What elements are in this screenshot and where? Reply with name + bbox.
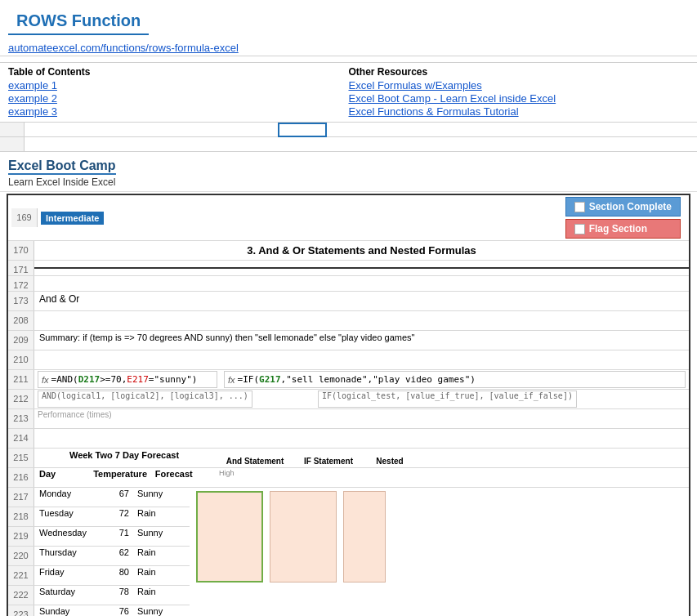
chart-area [190, 488, 392, 616]
row-num-222: 222 [8, 586, 34, 605]
formula1-text: =AND(D217>=70,E217="sunny") [51, 374, 198, 385]
embedded-excel-container: 169 Intermediate Section Complete Flag S… [7, 194, 690, 616]
row-num-218: 218 [8, 507, 34, 526]
row-num-171: 171 [8, 261, 34, 275]
ex-row-217: 217 Monday 67 Sunny [8, 488, 190, 507]
spacer-row-1 [0, 56, 697, 63]
weather-row-wednesday: Wednesday 71 Sunny [34, 527, 190, 546]
selected-cell[interactable] [278, 123, 327, 137]
summary-text: Summary: if (temp is => 70 degrees AND s… [34, 331, 420, 350]
row-num-209: 209 [8, 331, 34, 350]
row-num-210: 210 [8, 350, 34, 369]
row-num-213: 213 [8, 409, 34, 428]
ex-row-209: 209 Summary: if (temp is => 70 degrees A… [8, 331, 689, 350]
ex-row-223: 223 Sunday 76 Sunny [8, 605, 190, 616]
other-resources-section: Other Resources Excel Formulas w/Example… [349, 66, 690, 118]
page-wrapper: ROWS Function automateexcel.com/function… [0, 0, 697, 616]
weather-row-thursday: Thursday 62 Rain [34, 547, 190, 565]
section-complete-label: Section Complete [589, 201, 672, 212]
weather-title-cell: Week Two 7 Day Forecast [34, 449, 214, 467]
formula-bar-2: fx =IF(G217,"sell lemonade","play video … [224, 371, 686, 388]
intermediate-badge-area: Intermediate [38, 210, 565, 226]
row-num-216: 216 [8, 468, 34, 487]
empty-row-1 [0, 123, 697, 137]
if-statement-chart [270, 491, 337, 583]
page-title: ROWS Function [8, 5, 149, 35]
nested-box [343, 491, 386, 583]
and-statement-box [196, 491, 263, 583]
row-num-221: 221 [8, 566, 34, 585]
ex-row-222: 222 Saturday 78 Rain [8, 586, 190, 605]
ex-row-215: 215 Week Two 7 Day Forecast And Statemen… [8, 449, 689, 468]
ex-row-208: 208 [8, 311, 689, 331]
row-num-220: 220 [8, 547, 34, 565]
weather-row-monday: Monday 67 Sunny [34, 488, 190, 507]
bootcamp-section: Excel Boot Camp Learn Excel Inside Excel [0, 155, 697, 192]
and-statement-chart [196, 491, 263, 583]
intermediate-badge: Intermediate [41, 212, 104, 225]
formula2-text: =IF(G217,"sell lemonade","play video gam… [238, 374, 476, 385]
row-num-223: 223 [8, 605, 34, 616]
row-num-173: 173 [8, 292, 34, 310]
row-num-170: 170 [8, 241, 34, 260]
toc-resources-section: Table of Contents example 1 example 2 ex… [0, 63, 697, 123]
ex-row-218: 218 Tuesday 72 Rain [8, 507, 190, 527]
row-num-217: 217 [8, 488, 34, 507]
other-resources-title: Other Resources [349, 66, 690, 78]
toc-item-3[interactable]: example 3 [8, 105, 349, 118]
weather-col-headers: Day Temperature Forecast [34, 468, 214, 487]
formula-hint-area: AND(logical1, [logical2], [logical3], ..… [34, 390, 580, 408]
weather-row-tuesday: Tuesday 72 Rain [34, 507, 190, 526]
empty-row-2 [0, 137, 697, 152]
page-url-link[interactable]: automateexcel.com/functions/rows-formula… [8, 42, 239, 54]
if-statement-box [270, 491, 337, 583]
toc-title: Table of Contents [8, 66, 349, 78]
ex-row-214: 214 [8, 429, 689, 449]
url-row: automateexcel.com/functions/rows-formula… [0, 40, 697, 56]
flag-section-button[interactable]: Flag Section [565, 219, 681, 239]
nested-label: Nested [369, 457, 410, 466]
ex-row-173: 173 And & Or [8, 292, 689, 311]
formula2-hint: IF(logical_test, [value_if_true], [value… [318, 391, 577, 408]
toc-item-1[interactable]: example 1 [8, 79, 349, 92]
flag-section-checkbox[interactable] [574, 224, 585, 234]
ex-row-212: 212 AND(logical1, [logical2], [logical3]… [8, 390, 689, 409]
resource-link-3[interactable]: Excel Functions & Formulas Tutorial [349, 105, 690, 118]
row-num-212: 212 [8, 390, 34, 408]
section-complete-button[interactable]: Section Complete [565, 197, 681, 216]
ex-row-221: 221 Friday 80 Rain [8, 566, 190, 586]
ex-row-171: 171 [8, 261, 689, 276]
weather-row-saturday: Saturday 78 Rain [34, 586, 190, 605]
and-or-label: And & Or [34, 292, 84, 310]
nested-chart [343, 491, 386, 583]
bootcamp-subtitle: Learn Excel Inside Excel [8, 176, 689, 188]
section-title-cell: 3. And & Or Statements and Nested Formul… [34, 243, 689, 258]
toc-section: Table of Contents example 1 example 2 ex… [8, 66, 349, 118]
section-complete-checkbox[interactable] [574, 202, 585, 212]
row-num-208: 208 [8, 311, 34, 330]
bootcamp-title: Excel Boot Camp [8, 158, 116, 175]
resource-link-1[interactable]: Excel Formulas w/Examples [349, 79, 690, 92]
if-statement-label: IF Statement [296, 457, 361, 466]
ex-row-210: 210 [8, 350, 689, 370]
action-buttons-area: Section Complete Flag Section [565, 197, 681, 239]
ex-row-169: 169 Intermediate Section Complete Flag S… [8, 195, 689, 241]
row-num-219: 219 [8, 527, 34, 546]
row-num-211: 211 [8, 370, 34, 389]
formula-bar-1: fx =AND(D217>=70,E217="sunny") [38, 371, 217, 388]
flag-section-label: Flag Section [589, 223, 647, 234]
toc-item-2[interactable]: example 2 [8, 92, 349, 105]
row-num-214: 214 [8, 429, 34, 448]
row-num-172: 172 [8, 276, 34, 291]
chart-headers-row: And Statement IF Statement Nested [214, 449, 418, 467]
weather-rows-col: 217 Monday 67 Sunny 218 Tuesday 72 Rain [8, 488, 190, 616]
weather-row-friday: Friday 80 Rain [34, 566, 190, 585]
ex-row-170: 170 3. And & Or Statements and Nested Fo… [8, 241, 689, 261]
ex-row-216: 216 Day Temperature Forecast High [8, 468, 689, 488]
row-num-215: 215 [8, 449, 34, 467]
ex-row-213: 213 Performance (times) [8, 409, 689, 429]
ex-row-220: 220 Thursday 62 Rain [8, 547, 190, 566]
resource-link-2[interactable]: Excel Boot Camp - Learn Excel inside Exc… [349, 92, 690, 105]
and-statement-label: And Statement [222, 457, 288, 466]
formula1-hint: AND(logical1, [logical2], [logical3], ..… [38, 391, 252, 408]
